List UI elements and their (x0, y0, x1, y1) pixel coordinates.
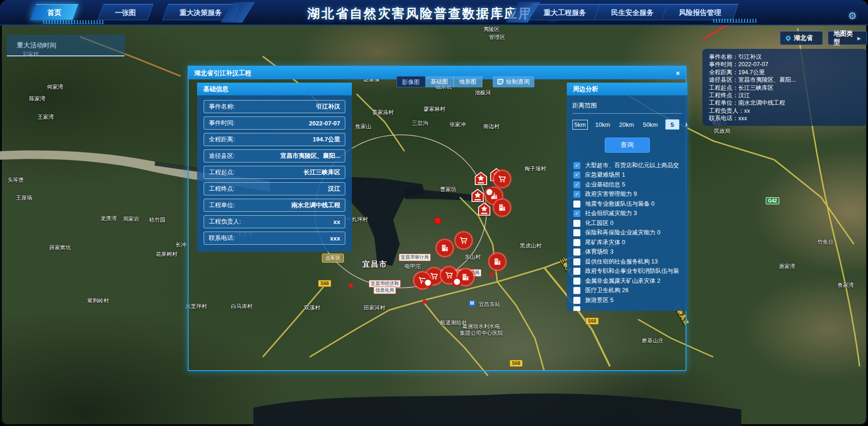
field-value: 194.7公里 (312, 135, 340, 144)
checkbox-checked-icon[interactable]: ✓ (573, 171, 580, 178)
field-value: 南水北调中线工程 (291, 201, 340, 209)
checkbox-icon[interactable] (573, 306, 580, 311)
region-button[interactable]: 湖北省 (780, 31, 823, 45)
category-label: 保险和再保险企业减灾能力 0 (585, 229, 682, 237)
nav-tab-首页[interactable]: 首页 (30, 4, 79, 20)
layer-button-影像图[interactable]: 影像图 (396, 76, 426, 87)
checkbox-icon[interactable] (573, 248, 580, 256)
category-row[interactable]: 提供住宿的社会服务机构 13 (572, 257, 682, 267)
close-icon[interactable]: × (676, 69, 680, 77)
category-label: 企业基础信息 5 (585, 181, 682, 189)
category-row[interactable]: ✓政府灾害管理能力 9 (572, 190, 682, 200)
category-row[interactable]: 保险和再保险企业减灾能力 0 (572, 228, 682, 238)
nav-tab-label: 重大工程服务 (544, 4, 586, 21)
distance-option-10km[interactable]: 10km (594, 120, 612, 129)
nav-tab-一张图[interactable]: 一张图 (98, 4, 154, 20)
checkbox-icon[interactable] (573, 201, 580, 208)
gear-icon[interactable]: ⚙ (848, 10, 857, 22)
top-navigation-bar: 湖北省自然灾害风险普查数据库应用平台 首页一张图重大决策服务 重大工程服务民生安… (0, 0, 868, 25)
modal-title: 湖北省引江补汉工程 (194, 69, 251, 77)
checkbox-icon[interactable] (573, 229, 580, 236)
checkbox-checked-icon[interactable]: ✓ (573, 162, 580, 169)
checkbox-icon[interactable] (573, 287, 580, 294)
summary-line: 事件时间：2022-07-07 (709, 61, 860, 68)
draw-rect-icon (497, 79, 503, 85)
summary-line: 工程终点：汉江 (709, 92, 860, 99)
region-button-label: 湖北省 (794, 34, 813, 42)
field-value: xx (334, 218, 340, 225)
checkbox-icon[interactable] (573, 297, 580, 304)
category-row[interactable]: 尾矿库承灾体 0 (572, 238, 682, 248)
nav-tab-重大工程服务[interactable]: 重大工程服务 (526, 4, 604, 20)
checkbox-icon[interactable] (573, 239, 580, 246)
info-field-row: 全程距离:194.7公里 (204, 133, 345, 146)
category-label: 应急避难场所 1 (585, 171, 682, 179)
triangle-right-icon: ▶ (857, 36, 861, 41)
field-label: 工程终点: (209, 185, 235, 193)
category-row[interactable]: ✓社会组织减灾能力 3 (572, 209, 682, 219)
category-row[interactable]: 医疗卫生机构 26 (572, 286, 682, 296)
info-field-row: 工程单位:南水北调中线工程 (204, 199, 345, 212)
field-label: 事件时间: (209, 119, 235, 127)
category-label: 提供住宿的社会服务机构 13 (585, 258, 682, 266)
info-field-row: 事件时间:2022-07-07 (204, 116, 345, 130)
analysis-body: 距离范围 5km10km20km50kmkm 查询 ✓大型超市、百货店和亿元以上… (567, 95, 687, 311)
query-button[interactable]: 查询 (605, 138, 650, 153)
field-label: 工程单位: (209, 201, 235, 209)
basic-info-header: 基础信息 (197, 83, 352, 95)
checkbox-checked-icon[interactable]: ✓ (573, 181, 580, 188)
nav-tab-风险报告管理[interactable]: 风险报告管理 (662, 4, 739, 20)
distance-option-50km[interactable]: 50km (641, 120, 659, 129)
category-label: 大型超市、百货店和亿元以上商品交 (585, 162, 682, 170)
category-row[interactable]: 化工园区 0 (572, 218, 682, 228)
field-value: 2022-07-07 (309, 120, 341, 127)
checkbox-icon[interactable] (573, 278, 580, 285)
category-row[interactable]: 地震专业救援队伍与装备 0 (572, 199, 682, 209)
summary-line: 工程单位：南水北调中线工程 (709, 99, 860, 107)
project-modal: 湖北省引江补汉工程 × 影像图基础图地形图绘制查询 基础信息 事件名称:引江补汉… (188, 66, 686, 371)
checkbox-icon[interactable] (573, 268, 580, 275)
category-row[interactable] (572, 305, 682, 311)
nav-tab-label: 重大决策服务 (180, 4, 222, 21)
category-checkbox-list: ✓大型超市、百货店和亿元以上商品交✓应急避难场所 1✓企业基础信息 5✓政府灾害… (572, 161, 682, 311)
nav-tab-民生安全服务[interactable]: 民生安全服务 (594, 4, 671, 20)
map-type-button[interactable]: 地图类型 ▶ (828, 31, 867, 45)
draw-query-label: 绘制查询 (506, 76, 530, 87)
draw-query-button[interactable]: 绘制查询 (493, 76, 534, 87)
category-label: 医疗卫生机构 26 (585, 287, 682, 294)
field-value: 引江补汉 (316, 102, 340, 111)
category-label: 尾矿库承灾体 0 (585, 239, 682, 247)
category-row[interactable]: ✓企业基础信息 5 (572, 180, 682, 190)
distance-options-row: 5km10km20km50kmkm (572, 119, 682, 130)
layer-button-地形图[interactable]: 地形图 (454, 76, 482, 87)
field-value: 汉江 (328, 185, 340, 193)
distance-option-5km[interactable]: 5km (572, 120, 588, 130)
layer-button-基础图[interactable]: 基础图 (426, 76, 454, 87)
category-row[interactable]: 政府专职和企事业专职消防队伍与装 (572, 267, 682, 277)
checkbox-icon[interactable] (573, 220, 580, 227)
category-label: 地震专业救援队伍与装备 0 (585, 200, 682, 208)
category-row[interactable]: 体育场馆 3 (572, 248, 682, 257)
summary-line: 工程起点：长江三峡库区 (709, 84, 860, 92)
analysis-header: 周边分析 (567, 83, 687, 95)
category-row[interactable]: ✓大型超市、百货店和亿元以上商品交 (572, 161, 682, 170)
checkbox-checked-icon[interactable]: ✓ (573, 210, 580, 217)
nav-tab-label: 风险报告管理 (679, 4, 721, 21)
category-row[interactable]: 旅游景区 5 (572, 295, 682, 305)
map-type-label: 地图类型 (834, 30, 854, 46)
category-label: 化工园区 0 (585, 219, 682, 227)
category-row[interactable]: 金属非金属露天矿山承灾体 2 (572, 276, 682, 286)
summary-line: 途径县区：宜昌市夷陵区、襄阳... (709, 76, 860, 84)
field-label: 途径县区: (209, 152, 235, 160)
range-divider (572, 113, 682, 114)
event-time-box[interactable]: 重大活动时间 (7, 35, 125, 56)
field-value: 长江三峡库区 (304, 168, 340, 177)
checkbox-icon[interactable] (573, 258, 580, 265)
category-row[interactable]: ✓应急避难场所 1 (572, 170, 682, 180)
distance-option-20km[interactable]: 20km (617, 120, 635, 129)
distance-input[interactable] (665, 119, 679, 130)
info-field-row: 工程终点:汉江 (204, 182, 345, 195)
analysis-panel: 周边分析 距离范围 5km10km20km50kmkm 查询 ✓大型超市、百货店… (567, 83, 687, 311)
checkbox-checked-icon[interactable]: ✓ (573, 191, 580, 198)
field-label: 工程负责人: (209, 217, 241, 226)
